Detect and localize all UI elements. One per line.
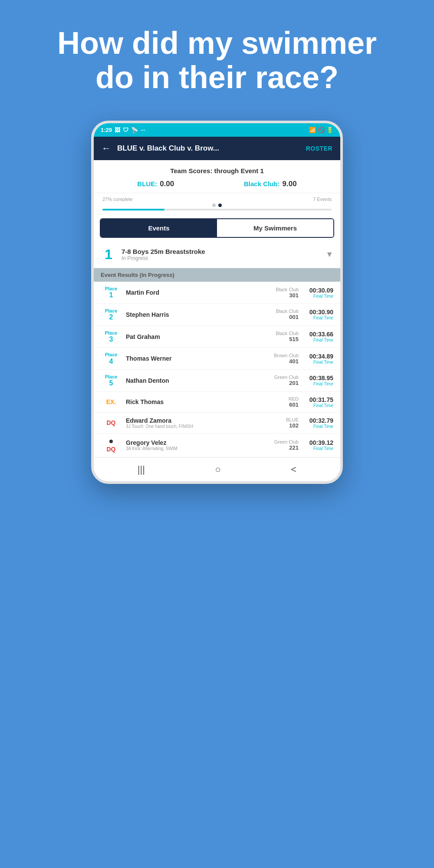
swimmer-name: Martin Ford [126,289,276,296]
score-title: Team Scores: through Event 1 [102,167,332,174]
progress-bar-fill [102,209,164,210]
result-row: EX. Rick Thomas RED 601 00:31.75 Final T… [94,392,340,413]
event-name: 7-8 Boys 25m Breaststroke [122,248,326,255]
tab-my-swimmers[interactable]: My Swimmers [217,219,333,237]
time-label: Final Time [303,403,333,408]
score-section: Team Scores: through Event 1 BLUE: 0.00 … [94,160,340,193]
phone-wrapper: 1:29 🖼 🛡 📡 ··· 📶 🚫 🔋 ← BLUE v. Black Clu… [0,112,434,483]
hero-text: How did my swimmer do in their race? [0,0,434,112]
club-number: 301 [276,292,299,299]
time-info: 00:32.79 Final Time [303,417,333,429]
place-badge: Place 5 [101,374,122,387]
dot-1 [212,204,216,207]
club-number: 102 [286,422,299,429]
place-badge: Place 3 [101,330,122,343]
time-value: 00:30.09 [303,287,333,294]
result-row: DQ Edward Zamora 3J Touch: One hand touc… [94,413,340,434]
nav-menu-icon[interactable]: ||| [138,464,145,475]
place-label: Place [101,308,122,313]
swimmer-info: Stephen Harris [126,311,276,318]
place-num: 5 [101,379,122,387]
dq-note: 3J Touch: One hand touch, FINISH [126,424,286,429]
event-status: In Progress [122,255,326,261]
battery-icon: 🔋 [326,127,333,133]
score-row: BLUE: 0.00 Black Club: 9.00 [102,180,332,188]
place-label: Place [101,374,122,379]
progress-dots [102,204,332,207]
club-number: 401 [274,358,299,365]
time-info: 00:33.66 Final Time [303,331,333,342]
time-label: Final Time [303,360,333,365]
swimmer-info: Thomas Werner [126,355,274,362]
swimmer-info: Nathan Denton [126,377,274,384]
time-info: 00:30.09 Final Time [303,287,333,299]
wifi-icon: 📶 [309,127,316,133]
time-info: 00:38.95 Final Time [303,375,333,386]
club-info: Green Club 201 [274,375,299,386]
status-right: 📶 🚫 🔋 [309,127,333,133]
ex-badge: EX. [101,398,122,405]
progress-section: 27% complete 7 Events [94,193,340,215]
progress-events: 7 Events [313,197,332,202]
club-info: Black Club 301 [276,287,299,299]
chevron-down-icon: ▼ [326,250,333,259]
club-info: Black Club 515 [276,331,299,342]
ex-badge-container: EX. [101,398,122,405]
time-label: Final Time [303,424,333,429]
club-info: Green Club 221 [274,439,299,451]
club-number: 601 [289,401,299,408]
event-number: 1 [101,247,116,263]
swimmer-name: Edward Zamora [126,417,286,424]
swimmer-name: Thomas Werner [126,355,274,362]
shield-icon: 🛡 [123,127,128,133]
club-info: Black Club 001 [276,309,299,320]
time-label: Final Time [303,316,333,320]
club-number: 001 [276,314,299,320]
club-info: RED 601 [289,396,299,408]
event-info: 7-8 Boys 25m Breaststroke In Progress [122,248,326,261]
app-bar: ← BLUE v. Black Club v. Brow... ROSTER [94,137,340,160]
place-badge: Place 1 [101,286,122,299]
team1-score: BLUE: 0.00 [137,180,174,188]
club-info: Brown Club 401 [274,353,299,365]
roster-button[interactable]: ROSTER [306,145,332,152]
time-value: 00:34.89 [303,353,333,360]
time-info: 00:31.75 Final Time [303,396,333,408]
team2-score: Black Club: 9.00 [244,180,297,188]
hero-section: How did my swimmer do in their race? [0,0,434,112]
bottom-nav: ||| ○ < [94,457,340,481]
hero-line1: How did my swimmer [35,26,399,60]
place-badge: Place 4 [101,352,122,365]
club-name: BLUE [286,417,299,422]
nav-back-icon[interactable]: < [291,464,296,475]
time-info: 00:30.90 Final Time [303,309,333,320]
club-name: Green Club [274,375,299,380]
club-number: 515 [276,336,299,342]
status-time: 1:29 [101,127,112,133]
swimmer-name: Gregory Velez [126,439,274,446]
tabs: Events My Swimmers [100,218,334,238]
team1-value: 0.00 [160,180,174,188]
cast-icon: 📡 [131,127,138,133]
app-bar-title: BLUE v. Black Club v. Brow... [117,144,306,153]
team2-value: 9.00 [283,180,297,188]
swimmer-name: Rick Thomas [126,398,289,405]
time-label: Final Time [303,381,333,386]
team2-name: Black Club: [244,180,280,187]
phone-frame: 1:29 🖼 🛡 📡 ··· 📶 🚫 🔋 ← BLUE v. Black Clu… [91,121,343,483]
time-value: 00:30.90 [303,309,333,316]
back-button[interactable]: ← [102,143,111,154]
tab-events[interactable]: Events [101,219,217,237]
event-row[interactable]: 1 7-8 Boys 25m Breaststroke In Progress … [94,241,340,268]
swimmer-name: Stephen Harris [126,311,276,318]
club-number: 201 [274,380,299,386]
time-value: 00:32.79 [303,417,333,424]
hero-line2: do in their race? [35,60,399,95]
status-bar: 1:29 🖼 🛡 📡 ··· 📶 🚫 🔋 [94,123,340,137]
nav-home-icon[interactable]: ○ [215,464,221,475]
time-value: 00:31.75 [303,396,333,403]
place-label: Place [101,330,122,335]
time-label: Final Time [303,294,333,299]
result-row: Place 3 Pat Graham Black Club 515 00:33.… [94,326,340,348]
results-header: Event Results (In Progress) [94,268,340,282]
